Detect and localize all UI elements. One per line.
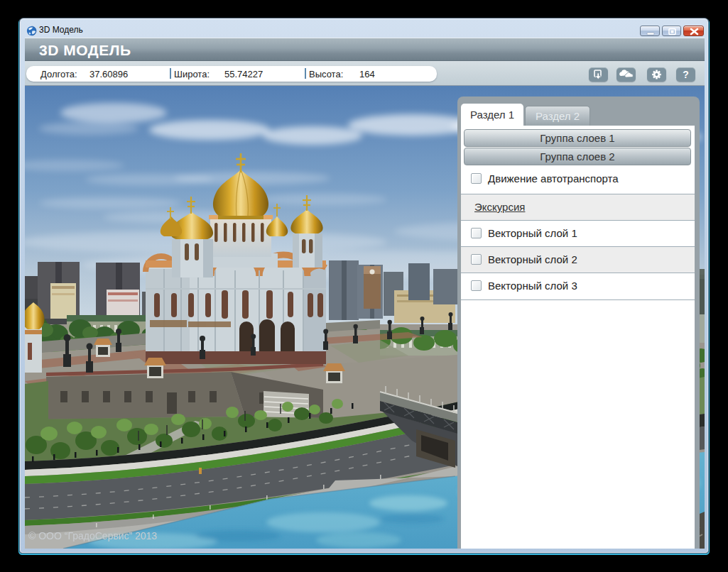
svg-text:?: ? <box>683 69 689 80</box>
